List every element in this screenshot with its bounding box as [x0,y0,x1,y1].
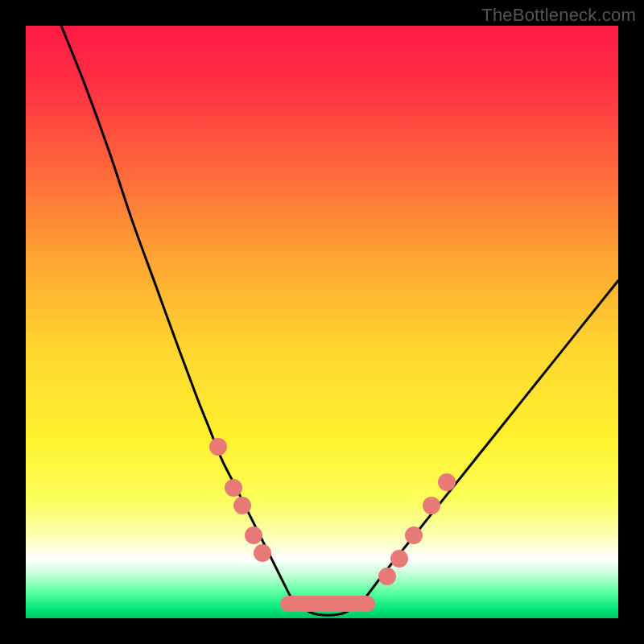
highlight-dot [233,497,251,514]
highlight-dot [438,473,456,491]
highlight-dot [405,526,423,544]
chart-frame: TheBottleneck.com [0,0,644,644]
plot-area [26,26,618,618]
valley-floor-pill [280,596,375,612]
highlight-dot [254,544,271,562]
highlight-dot [245,526,262,544]
watermark-text: TheBottleneck.com [481,5,636,26]
highlight-dot [378,568,396,585]
highlight-dot [225,479,242,497]
highlight-dot [209,438,227,456]
highlight-dot [390,550,408,568]
highlight-dot [423,497,440,514]
bottleneck-curve [26,26,618,618]
